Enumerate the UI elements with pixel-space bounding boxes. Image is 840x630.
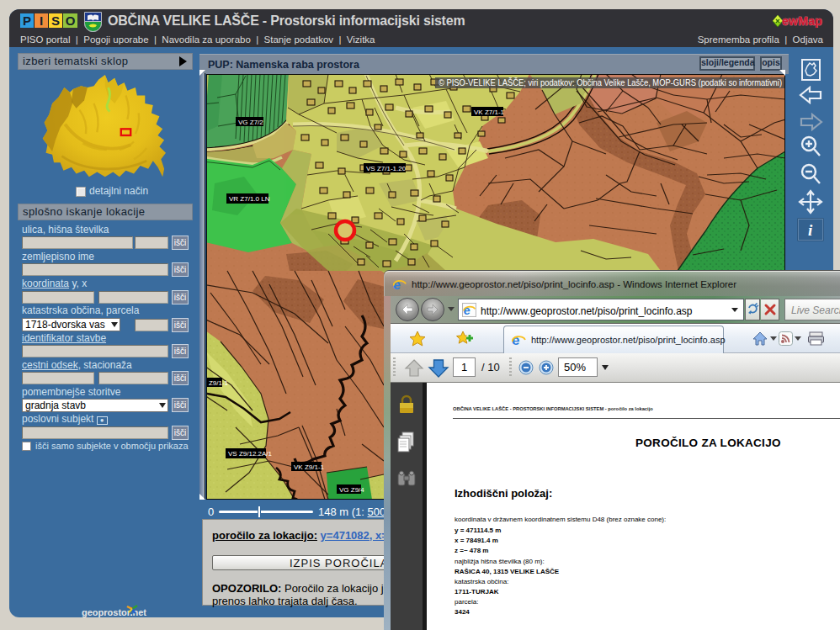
svg-text:VS Z9/12.2A/1: VS Z9/12.2A/1 xyxy=(228,450,273,458)
svg-text:VK Z7/1-1: VK Z7/1-1 xyxy=(474,109,505,116)
svg-text:VG Z9/4: VG Z9/4 xyxy=(339,486,364,494)
svg-text:© PISO-VELIKE LAŠČE; viri poda: © PISO-VELIKE LAŠČE; viri podatkov: Obči… xyxy=(439,77,782,87)
svg-text:VR Z7/1.0 LN: VR Z7/1.0 LN xyxy=(229,195,270,203)
svg-text:i: i xyxy=(808,221,813,239)
svg-text:ewMap: ewMap xyxy=(782,14,822,28)
svg-text:VK Z9/1-1: VK Z9/1-1 xyxy=(294,463,325,471)
svg-text:< Z9/1-1: < Z9/1-1 xyxy=(206,379,229,387)
svg-text:VG Z7/2: VG Z7/2 xyxy=(238,119,263,126)
svg-text:VS Z7/1-1.20: VS Z7/1-1.20 xyxy=(366,165,407,172)
